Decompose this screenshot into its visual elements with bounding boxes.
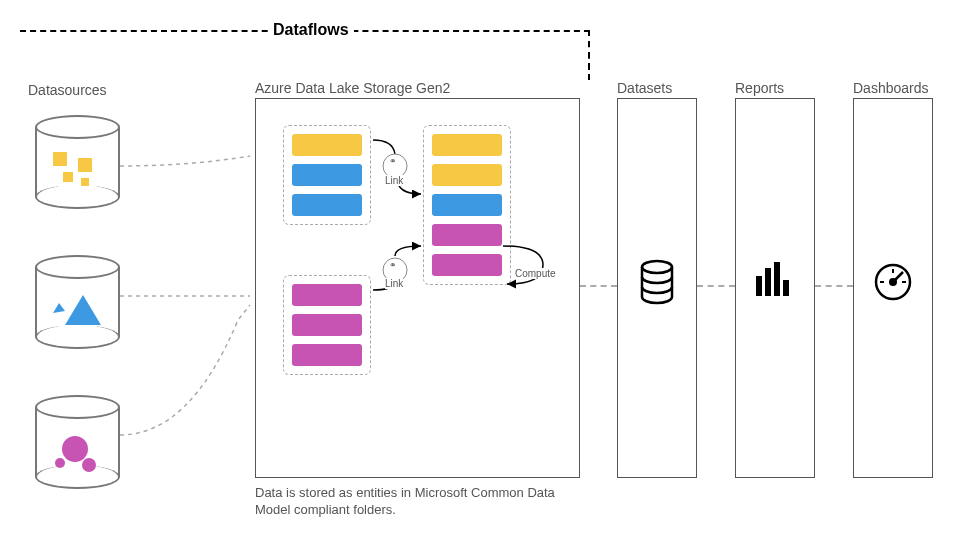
- datasources-label: Datasources: [28, 82, 107, 98]
- connector-ds2: [120, 280, 255, 300]
- svg-rect-17: [783, 280, 789, 296]
- entity-blue: [432, 194, 502, 216]
- entity-purple: [292, 284, 362, 306]
- storage-label: Azure Data Lake Storage Gen2: [255, 80, 450, 96]
- entity-purple: [292, 344, 362, 366]
- purple-circles-icon: [53, 433, 103, 478]
- yellow-squares-icon: [53, 150, 103, 195]
- database-icon: [638, 260, 676, 308]
- entity-group-bottom-left: [283, 275, 371, 375]
- entity-yellow: [432, 164, 502, 186]
- svg-rect-16: [774, 262, 780, 296]
- svg-rect-1: [78, 158, 92, 172]
- connector-ds3: [120, 300, 255, 440]
- entity-purple: [432, 254, 502, 276]
- svg-line-20: [893, 272, 903, 282]
- datasets-label: Datasets: [617, 80, 672, 96]
- connector-datasets-reports: [697, 285, 735, 287]
- svg-point-6: [62, 436, 88, 462]
- svg-rect-0: [53, 152, 67, 166]
- entity-group-top-left: [283, 125, 371, 225]
- svg-rect-3: [81, 178, 89, 186]
- entity-yellow: [432, 134, 502, 156]
- svg-point-13: [642, 261, 672, 273]
- svg-marker-4: [53, 303, 65, 313]
- entity-blue: [292, 194, 362, 216]
- reports-label: Reports: [735, 80, 784, 96]
- link-arrow-2: ⚭: [373, 240, 428, 300]
- entity-yellow: [292, 134, 362, 156]
- entity-group-top-right: [423, 125, 511, 285]
- datasource-cylinder-1: [35, 115, 120, 210]
- svg-rect-2: [63, 172, 73, 182]
- svg-point-7: [55, 458, 65, 468]
- link-label-2: Link: [385, 278, 403, 289]
- entity-purple: [432, 224, 502, 246]
- entity-purple: [292, 314, 362, 336]
- connector-reports-dashboards: [815, 285, 853, 287]
- connector-storage-datasets: [580, 285, 617, 287]
- svg-text:⚭: ⚭: [389, 260, 397, 270]
- datasource-cylinder-3: [35, 395, 120, 490]
- bar-chart-icon: [756, 262, 794, 304]
- link-label-1: Link: [385, 175, 403, 186]
- svg-point-8: [82, 458, 96, 472]
- gauge-icon: [873, 262, 913, 306]
- datasource-cylinder-2: [35, 255, 120, 350]
- connector-ds1: [120, 150, 255, 170]
- entity-blue: [292, 164, 362, 186]
- svg-rect-15: [765, 268, 771, 296]
- compute-label: Compute: [515, 268, 556, 279]
- dataflows-title: Dataflows: [268, 21, 354, 39]
- blue-triangles-icon: [53, 293, 108, 333]
- dashboards-label: Dashboards: [853, 80, 929, 96]
- storage-footnote: Data is stored as entities in Microsoft …: [255, 485, 565, 519]
- svg-text:⚭: ⚭: [389, 156, 397, 166]
- svg-marker-5: [65, 295, 101, 325]
- svg-rect-14: [756, 276, 762, 296]
- dataflows-container-right: [588, 30, 590, 80]
